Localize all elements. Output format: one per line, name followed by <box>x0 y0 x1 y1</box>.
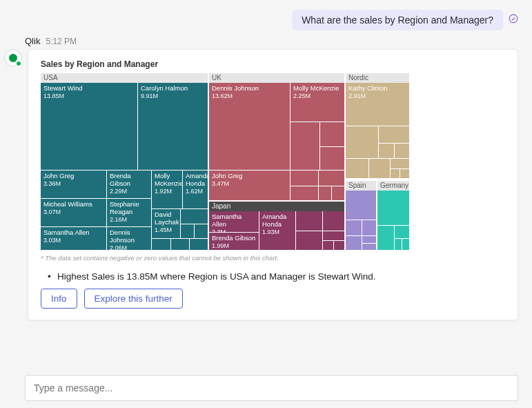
treemap-cell[interactable]: John Greg 3.47M <box>209 171 290 200</box>
treemap-cell[interactable] <box>362 220 376 235</box>
treemap-cell[interactable] <box>332 186 344 200</box>
treemap-cell[interactable] <box>296 211 322 231</box>
treemap-cell[interactable] <box>395 239 402 250</box>
region-header-spain[interactable]: Spain <box>346 181 376 191</box>
treemap-cell[interactable] <box>323 211 344 231</box>
treemap-cell[interactable]: Dennis Johnson 2.06M <box>107 227 151 250</box>
chart-footnote: * The data set contains negative or zero… <box>41 254 505 262</box>
treemap-cell[interactable] <box>379 144 394 158</box>
treemap-cell[interactable] <box>190 239 208 250</box>
treemap-cell[interactable]: Carolyn Halmon 9.91M <box>138 83 208 170</box>
treemap-cell[interactable] <box>402 239 409 250</box>
treemap-cell[interactable] <box>391 169 400 178</box>
treemap-cell[interactable] <box>152 239 170 250</box>
treemap-cell[interactable] <box>290 122 319 170</box>
treemap-cell[interactable] <box>346 220 362 235</box>
treemap-cell[interactable] <box>395 226 409 238</box>
treemap-cell[interactable] <box>323 231 344 240</box>
treemap-cell[interactable] <box>391 159 409 168</box>
treemap-cell[interactable]: Micheal Williams 3.07M <box>41 199 106 226</box>
message-input[interactable] <box>25 375 518 401</box>
treemap-cell[interactable] <box>379 126 409 143</box>
treemap-cell[interactable] <box>181 209 208 224</box>
bot-name: Qlik <box>25 36 40 46</box>
treemap-cell[interactable] <box>346 191 376 220</box>
treemap-cell[interactable] <box>362 236 376 243</box>
region-header-usa[interactable]: USA <box>41 73 208 83</box>
region-header-germany[interactable]: Germany <box>377 181 409 191</box>
treemap-cell[interactable] <box>320 122 344 146</box>
treemap-cell[interactable]: Kathy Clinton 2.91M <box>346 83 409 126</box>
treemap-cell[interactable]: John Greg 3.36M <box>41 171 106 198</box>
region-header-nordic[interactable]: Nordic <box>346 73 409 83</box>
treemap-cell[interactable] <box>395 144 409 158</box>
treemap-chart[interactable]: USA Stewart Wind 13.85M Carolyn Halmon 9… <box>41 73 409 250</box>
treemap-cell[interactable]: Stephanie Reagan 2.16M <box>107 199 151 226</box>
treemap-cell[interactable]: Molly McKenzie 1.92M <box>152 171 182 208</box>
treemap-cell[interactable] <box>334 241 344 250</box>
info-button[interactable]: Info <box>41 289 77 309</box>
chart-title: Sales by Region and Manager <box>41 59 505 69</box>
treemap-cell[interactable] <box>320 147 344 170</box>
region-header-japan[interactable]: Japan <box>209 202 344 211</box>
treemap-cell[interactable] <box>362 244 376 250</box>
treemap-cell[interactable]: Amanda Honda 1.93M <box>259 211 295 250</box>
treemap-cell[interactable] <box>195 224 208 238</box>
treemap-cell[interactable] <box>171 239 189 250</box>
bot-timestamp: 5:12 PM <box>46 37 77 46</box>
user-message-bubble: What are the sales by Region and Manager… <box>292 10 503 30</box>
treemap-cell[interactable]: Stewart Wind 13.85M <box>41 83 137 170</box>
treemap-cell[interactable]: Samantha Allen 3.03M <box>41 227 106 250</box>
treemap-cell[interactable] <box>346 126 378 158</box>
treemap-cell[interactable] <box>181 224 194 238</box>
treemap-cell[interactable] <box>369 159 390 178</box>
region-header-uk[interactable]: UK <box>209 73 344 83</box>
treemap-cell[interactable] <box>319 171 344 186</box>
treemap-cell[interactable]: Dennis Johnson 13.62M <box>209 83 290 170</box>
read-receipt-icon <box>509 14 518 26</box>
treemap-cell[interactable] <box>296 231 322 250</box>
explore-further-button[interactable]: Explore this further <box>84 289 183 309</box>
treemap-cell[interactable] <box>377 191 409 225</box>
presence-available-icon <box>15 60 22 67</box>
treemap-cell[interactable] <box>323 241 333 250</box>
treemap-cell[interactable]: David Laychak 1.45M <box>152 209 180 238</box>
avatar <box>6 50 21 66</box>
treemap-cell[interactable] <box>346 159 368 178</box>
treemap-cell[interactable] <box>290 186 318 200</box>
treemap-cell[interactable] <box>346 236 362 250</box>
bot-response-card: Sales by Region and Manager USA Stewart … <box>28 49 518 320</box>
treemap-cell[interactable]: Molly McKenzie 2.25M <box>290 83 344 122</box>
svg-point-0 <box>509 14 518 23</box>
treemap-cell[interactable]: Amanda Honda 1.62M <box>183 171 208 208</box>
treemap-cell[interactable] <box>400 169 409 178</box>
treemap-cell[interactable] <box>319 186 331 200</box>
treemap-cell[interactable]: Samantha Allen 2.3M <box>209 211 259 232</box>
treemap-cell[interactable] <box>290 171 318 186</box>
treemap-cell[interactable]: Brenda Gibson 1.99M <box>209 233 259 250</box>
treemap-cell[interactable]: Brenda Gibson 2.29M <box>107 171 151 198</box>
treemap-cell[interactable] <box>377 226 394 250</box>
insight-text: Highest Sales is 13.85M where Region is … <box>57 271 502 282</box>
